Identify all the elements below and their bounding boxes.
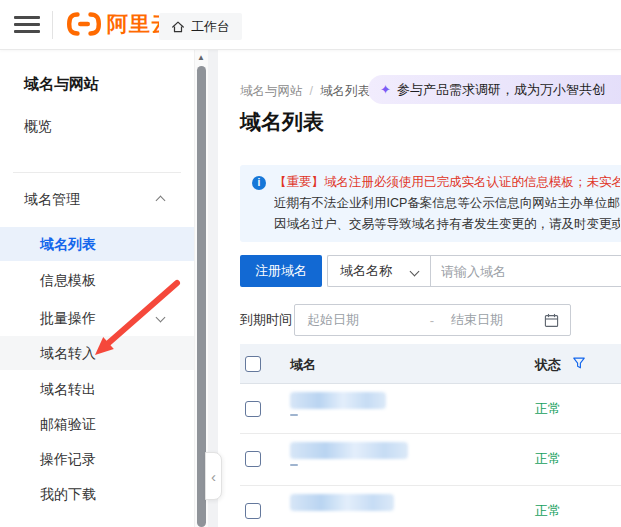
domain-cell-redacted xyxy=(290,392,386,416)
filter-icon[interactable] xyxy=(572,356,586,374)
column-header-status: 状态 xyxy=(535,356,561,374)
sidebar-item-label: 信息模板 xyxy=(40,272,96,288)
sidebar-item-label: 邮箱验证 xyxy=(40,416,96,432)
row-checkbox[interactable] xyxy=(245,451,261,467)
sidebar-item-overview[interactable]: 概览 xyxy=(24,118,52,136)
sidebar-item-batch-operations[interactable]: 批量操作 xyxy=(0,301,196,335)
redacted-domain-blur xyxy=(290,442,408,459)
search-type-value: 域名名称 xyxy=(340,262,392,280)
sidebar-item-my-downloads[interactable]: 我的下载 xyxy=(0,477,196,511)
table-row[interactable]: 正常 xyxy=(240,434,621,486)
date-separator: - xyxy=(425,313,439,328)
redacted-domain-blur xyxy=(290,494,394,511)
status-badge: 正常 xyxy=(535,502,561,520)
date-range-picker[interactable]: 起始日期 - 结束日期 xyxy=(294,304,571,336)
domain-search-group: 域名名称 xyxy=(327,255,621,287)
redacted-subtext xyxy=(290,464,298,466)
sidebar-item-domain-transfer-in[interactable]: 域名转入 xyxy=(0,336,196,370)
sidebar-item-domain-list[interactable]: 域名列表 xyxy=(0,227,196,261)
main-panel: 域名与网站/域名列表 ✦ 参与产品需求调研，成为万小智共创 域名列表 i 【重要… xyxy=(218,50,621,527)
domain-cell-redacted xyxy=(290,442,408,466)
expiry-time-label: 到期时间 xyxy=(240,304,292,336)
info-icon: i xyxy=(252,176,266,190)
sidebar-item-domain-transfer-out[interactable]: 域名转出 xyxy=(0,372,196,406)
redacted-subtext xyxy=(290,414,298,416)
domain-cell-redacted xyxy=(290,494,394,511)
calendar-icon xyxy=(544,313,559,328)
breadcrumb: 域名与网站/域名列表 xyxy=(240,83,370,100)
row-checkbox[interactable] xyxy=(245,503,261,519)
sidebar-item-label: 域名转入 xyxy=(40,345,96,361)
sidebar-item-label: 我的下载 xyxy=(40,486,96,502)
sidebar-item-info-template[interactable]: 信息模板 xyxy=(0,263,196,297)
notice-alert: i 【重要】域名注册必须使用已完成实名认证的信息模板；未实名认证 近期有不法企业… xyxy=(240,165,621,242)
sidebar-group-label: 域名管理 xyxy=(24,191,80,207)
hamburger-menu-icon[interactable] xyxy=(14,16,40,34)
redacted-domain-blur xyxy=(290,392,386,409)
select-all-checkbox[interactable] xyxy=(245,356,261,372)
sidebar-divider xyxy=(13,172,181,173)
breadcrumb-root[interactable]: 域名与网站 xyxy=(240,84,303,98)
sidebar-item-operation-log[interactable]: 操作记录 xyxy=(0,442,196,476)
collapse-chevron-icon: ‹ xyxy=(211,468,216,485)
table-row[interactable]: 正常 xyxy=(240,384,621,434)
workbench-button[interactable]: 工作台 xyxy=(159,13,242,40)
home-icon xyxy=(171,20,185,34)
header-divider xyxy=(52,11,53,39)
table-row[interactable]: 正常 xyxy=(240,486,621,527)
breadcrumb-current: 域名列表 xyxy=(320,84,370,98)
scrollbar-up-arrow-icon[interactable]: ▲ xyxy=(197,53,205,62)
alert-line: 近期有不法企业利用ICP备案信息等公示信息向网站主办单位邮寄域名 xyxy=(274,193,620,214)
start-date-placeholder[interactable]: 起始日期 xyxy=(307,311,425,329)
alert-line: 因域名过户、交易等导致域名持有者发生变更的，请及时变更或注销 xyxy=(274,214,620,235)
status-badge: 正常 xyxy=(535,450,561,468)
aliyun-logo-mark xyxy=(66,11,102,37)
console-page: 阿里云 工作台 域名与网站 概览 域名管理 域名列表 信息模板 批量操作 xyxy=(0,0,621,527)
domain-search-input[interactable] xyxy=(431,256,621,286)
sidebar-title: 域名与网站 xyxy=(24,75,99,94)
end-date-placeholder[interactable]: 结束日期 xyxy=(451,311,544,329)
sparkle-icon: ✦ xyxy=(380,82,391,97)
top-header: 阿里云 工作台 xyxy=(0,0,621,50)
page-title: 域名列表 xyxy=(240,108,324,136)
domain-table: 域名 状态 正常 xyxy=(240,344,621,527)
column-header-domain: 域名 xyxy=(290,356,316,374)
search-type-select[interactable]: 域名名称 xyxy=(328,256,431,286)
workbench-label: 工作台 xyxy=(191,18,230,36)
alert-line-important: 【重要】域名注册必须使用已完成实名认证的信息模板；未实名认证 xyxy=(274,172,620,193)
sidebar-item-label: 操作记录 xyxy=(40,451,96,467)
chevron-down-icon xyxy=(156,313,166,323)
sidebar-item-label: 批量操作 xyxy=(40,310,96,326)
survey-banner[interactable]: ✦ 参与产品需求调研，成为万小智共创 xyxy=(368,75,621,104)
aliyun-logo[interactable]: 阿里云 xyxy=(66,10,173,38)
sidebar-item-label: 域名转出 xyxy=(40,381,96,397)
sidebar-group-domain-management[interactable]: 域名管理 xyxy=(24,191,174,209)
sidebar-item-label: 域名列表 xyxy=(40,236,96,252)
sidebar-collapse-button[interactable]: ‹ xyxy=(205,452,222,500)
sidebar-item-email-verification[interactable]: 邮箱验证 xyxy=(0,407,196,441)
table-header-row: 域名 状态 xyxy=(240,344,621,384)
sidebar-nav: 域名与网站 概览 域名管理 域名列表 信息模板 批量操作 域名转入 域名转出 邮… xyxy=(0,50,196,527)
register-domain-button[interactable]: 注册域名 xyxy=(240,255,322,287)
breadcrumb-separator: / xyxy=(310,84,313,98)
chevron-down-icon xyxy=(410,267,420,277)
survey-banner-text: 参与产品需求调研，成为万小智共创 xyxy=(397,81,605,99)
row-checkbox[interactable] xyxy=(245,401,261,417)
status-badge: 正常 xyxy=(535,400,561,418)
